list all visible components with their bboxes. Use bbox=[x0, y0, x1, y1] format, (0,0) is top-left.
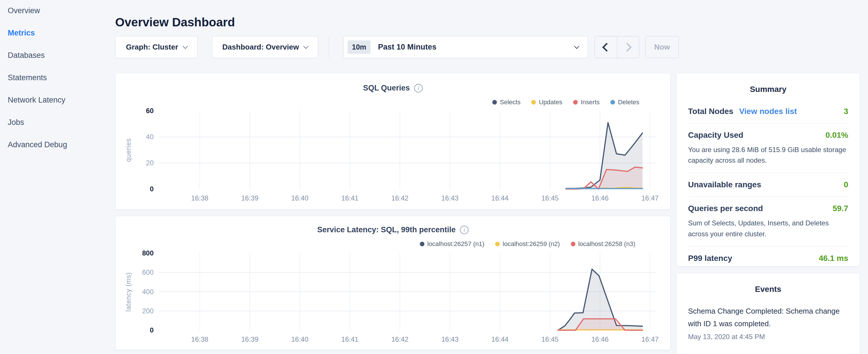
sidebar-item-network-latency[interactable]: Network Latency bbox=[8, 96, 105, 104]
legend-label: localhost:26259 (n2) bbox=[503, 240, 560, 248]
toolbar-divider bbox=[329, 37, 329, 58]
time-prev-button[interactable] bbox=[595, 36, 617, 58]
service-latency-chart-card: Service Latency: SQL, 99th percentile i … bbox=[115, 216, 671, 350]
chevron-right-icon bbox=[623, 43, 631, 52]
y-axis-label: latency (ms) bbox=[125, 272, 132, 311]
legend-label: Deletes bbox=[618, 99, 639, 106]
events-panel: Events Schema Change Completed: Schema c… bbox=[676, 273, 860, 354]
x-tick-label: 16:43 bbox=[433, 335, 467, 344]
sidebar-item-advanced-debug[interactable]: Advanced Debug bbox=[8, 140, 105, 149]
summary-row-subtext: Sum of Selects, Updates, Inserts, and De… bbox=[688, 218, 848, 239]
time-next-button[interactable] bbox=[617, 36, 639, 58]
legend-item[interactable]: Deletes bbox=[610, 99, 639, 106]
chart-legend: SelectsUpdatesInsertsDeletes bbox=[492, 99, 639, 106]
dashboard-dropdown-label: Dashboard: Overview bbox=[222, 43, 299, 52]
chart-legend: localhost:26257 (n1)localhost:26259 (n2)… bbox=[420, 240, 635, 248]
x-tick-label: 16:41 bbox=[333, 335, 367, 344]
time-range-badge: 10m bbox=[348, 40, 371, 54]
x-tick-label: 16:47 bbox=[633, 335, 667, 344]
now-button-label: Now bbox=[654, 43, 670, 52]
summary-row-label: Queries per second bbox=[688, 204, 763, 213]
sidebar-item-metrics[interactable]: Metrics bbox=[8, 29, 105, 37]
chart-title-text: SQL Queries bbox=[363, 84, 410, 93]
legend-dot bbox=[531, 100, 536, 104]
info-icon[interactable]: i bbox=[460, 226, 468, 234]
legend-item[interactable]: Updates bbox=[531, 99, 562, 106]
summary-row-label: P99 latency bbox=[688, 254, 732, 263]
y-tick-label: 60 bbox=[122, 107, 154, 115]
x-tick-label: 16:42 bbox=[382, 194, 417, 202]
summary-row-total-nodes: Total Nodes View nodes list 3 bbox=[688, 100, 848, 123]
y-axis-label: queries bbox=[125, 138, 132, 162]
legend-item[interactable]: localhost:26257 (n1) bbox=[420, 240, 484, 248]
summary-row-queries-per-second: Queries per second 59.7 Sum of Selects, … bbox=[688, 197, 848, 246]
legend-label: Selects bbox=[500, 99, 520, 106]
event-item-timestamp: May 13, 2020 at 4:45 PM bbox=[688, 333, 848, 341]
x-tick-label: 16:41 bbox=[333, 194, 367, 202]
time-range-dropdown[interactable]: 10m Past 10 Minutes bbox=[343, 36, 588, 58]
summary-row-label: Total Nodes bbox=[688, 107, 733, 116]
legend-label: Updates bbox=[539, 99, 562, 106]
legend-dot bbox=[573, 100, 578, 104]
legend-item[interactable]: localhost:26258 (n3) bbox=[571, 240, 635, 248]
x-tick-label: 16:40 bbox=[283, 335, 317, 344]
info-icon[interactable]: i bbox=[414, 84, 423, 93]
summary-panel: Summary Total Nodes View nodes list 3 Ca… bbox=[676, 73, 860, 266]
legend-item[interactable]: Selects bbox=[492, 99, 520, 106]
legend-dot bbox=[610, 100, 615, 104]
now-button[interactable]: Now bbox=[645, 36, 679, 58]
summary-row-label: Capacity Used bbox=[688, 131, 743, 140]
sidebar-item-jobs[interactable]: Jobs bbox=[8, 118, 105, 127]
x-tick-label: 16:46 bbox=[583, 194, 617, 202]
summary-row-subtext: You are using 28.6 MiB of 515.9 GiB usab… bbox=[688, 144, 848, 165]
sidebar-item-statements[interactable]: Statements bbox=[8, 73, 105, 82]
x-tick-label: 16:42 bbox=[382, 335, 417, 344]
legend-label: localhost:26257 (n1) bbox=[427, 240, 484, 248]
sidebar-item-databases[interactable]: Databases bbox=[8, 51, 105, 60]
legend-dot bbox=[495, 242, 500, 246]
x-tick-label: 16:44 bbox=[483, 335, 517, 344]
sidebar-item-overview[interactable]: Overview bbox=[8, 6, 105, 15]
x-tick-label: 16:47 bbox=[633, 194, 667, 202]
chart-plot[interactable] bbox=[159, 111, 656, 189]
graph-dropdown[interactable]: Graph: Cluster bbox=[115, 36, 198, 58]
events-title: Events bbox=[688, 285, 848, 294]
chart-plot[interactable] bbox=[159, 253, 656, 330]
x-tick-label: 16:38 bbox=[183, 194, 217, 202]
summary-row-value: 46.1 ms bbox=[819, 254, 848, 263]
dashboard-dropdown[interactable]: Dashboard: Overview bbox=[212, 36, 318, 58]
chevron-down-icon bbox=[183, 43, 188, 49]
legend-item[interactable]: localhost:26259 (n2) bbox=[495, 240, 560, 248]
chart-title-text: Service Latency: SQL, 99th percentile bbox=[317, 225, 456, 234]
summary-row-value: 59.7 bbox=[833, 204, 848, 213]
summary-row-value: 0 bbox=[844, 180, 848, 189]
summary-row-capacity-used: Capacity Used 0.01% You are using 28.6 M… bbox=[688, 123, 848, 173]
view-nodes-list-link[interactable]: View nodes list bbox=[739, 107, 797, 116]
x-tick-label: 16:39 bbox=[233, 335, 267, 344]
summary-row-p99-latency: P99 latency 46.1 ms bbox=[688, 247, 848, 270]
legend-dot bbox=[492, 100, 497, 104]
legend-dot bbox=[571, 242, 576, 246]
chevron-down-icon bbox=[303, 43, 308, 49]
chevron-down-icon bbox=[574, 43, 579, 49]
sql-queries-chart-card: SQL Queries i 020406016:3816:3916:4016:4… bbox=[115, 73, 671, 210]
summary-title: Summary bbox=[688, 85, 848, 94]
time-window-arrows bbox=[595, 36, 639, 58]
y-tick-label: 800 bbox=[122, 249, 154, 257]
x-tick-label: 16:40 bbox=[283, 194, 317, 202]
legend-item[interactable]: Inserts bbox=[573, 99, 599, 106]
page-title: Overview Dashboard bbox=[115, 15, 235, 29]
graph-dropdown-label: Graph: Cluster bbox=[126, 43, 178, 52]
chart-title: Service Latency: SQL, 99th percentile i bbox=[116, 225, 670, 234]
legend-dot bbox=[420, 242, 425, 246]
x-tick-label: 16:44 bbox=[483, 194, 517, 202]
time-range-label: Past 10 Minutes bbox=[378, 43, 436, 52]
x-tick-label: 16:45 bbox=[533, 335, 567, 344]
event-item-text[interactable]: Schema Change Completed: Schema change w… bbox=[688, 305, 848, 330]
summary-row-label: Unavailable ranges bbox=[688, 180, 761, 189]
summary-row-value: 3 bbox=[844, 107, 848, 116]
x-tick-label: 16:45 bbox=[533, 194, 567, 202]
x-tick-label: 16:39 bbox=[233, 194, 267, 202]
x-tick-label: 16:46 bbox=[583, 335, 617, 344]
x-tick-label: 16:43 bbox=[433, 194, 467, 202]
